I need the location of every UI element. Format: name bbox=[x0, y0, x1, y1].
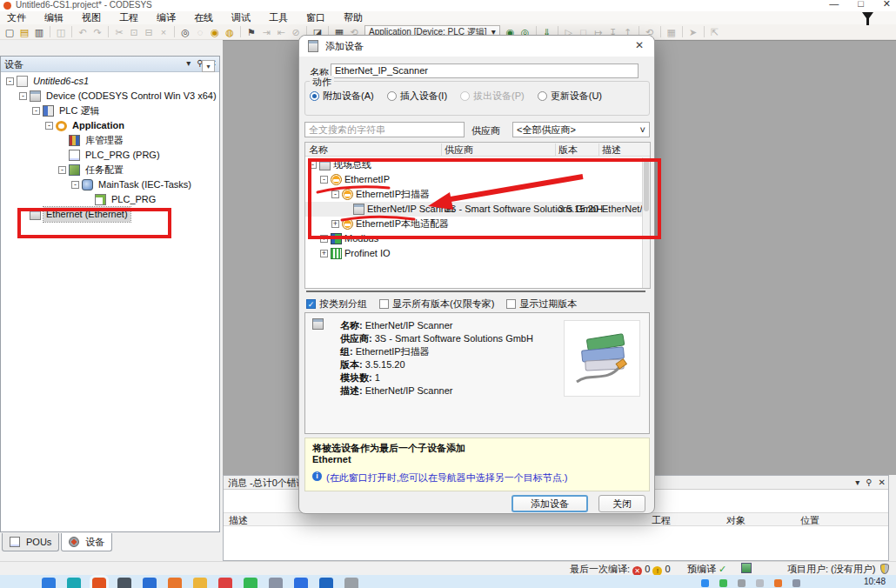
device-root-dropdown[interactable]: ▾ bbox=[202, 60, 215, 72]
taskbar-app7-icon[interactable] bbox=[344, 578, 358, 588]
add-device-button[interactable]: 添加设备 bbox=[512, 495, 588, 512]
EthernetIP[interactable]: - EthernetIP bbox=[305, 172, 643, 187]
minimize-button[interactable]: — bbox=[829, 0, 839, 10]
menu-item[interactable]: 窗口 bbox=[306, 11, 325, 24]
action-radio[interactable]: 插入设备(I) bbox=[387, 90, 447, 103]
taskbar-codesys-icon[interactable] bbox=[92, 578, 106, 588]
fulltext-search-input[interactable]: 全文搜索的字符串 bbox=[304, 122, 465, 137]
tree-item[interactable]: - MainTask (IEC-Tasks) bbox=[1, 177, 219, 192]
replace-in-project-icon[interactable]: ◍ bbox=[223, 25, 237, 39]
tray-icon-2[interactable] bbox=[719, 579, 727, 587]
new-file-icon[interactable]: ▢ bbox=[3, 25, 17, 39]
expander-icon[interactable]: - bbox=[58, 166, 66, 174]
column-header[interactable]: 描述 bbox=[602, 144, 621, 157]
menu-item[interactable]: 文件 bbox=[7, 11, 26, 24]
taskbar-vs-icon[interactable] bbox=[319, 578, 333, 588]
filter-checkbox[interactable]: ✓ 按类别分组 bbox=[306, 297, 367, 311]
messages-column-header[interactable]: 工程 bbox=[652, 514, 671, 527]
bookmark-icon[interactable]: ⚑ bbox=[244, 25, 258, 39]
device-name-input[interactable]: EtherNet_IP_Scanner bbox=[331, 63, 639, 78]
undo-icon[interactable]: ↶ bbox=[76, 25, 90, 39]
expander-icon[interactable]: + bbox=[320, 235, 328, 243]
bookmark-prev-icon[interactable]: ⇤ bbox=[274, 25, 288, 39]
menu-item[interactable]: 调试 bbox=[231, 11, 251, 24]
tray-icon-6[interactable] bbox=[792, 579, 800, 587]
messages-column-header[interactable]: 位置 bbox=[800, 514, 819, 527]
expander-icon[interactable]: + bbox=[320, 250, 328, 257]
tree-item[interactable]: PLC_PRG bbox=[1, 192, 219, 207]
menu-item[interactable]: 在线 bbox=[194, 11, 213, 24]
toolbar-icon[interactable] bbox=[174, 26, 175, 37]
tree-item[interactable]: - 任务配置 bbox=[1, 163, 219, 177]
close-icon[interactable]: ✕ bbox=[879, 478, 886, 487]
messages-column-header[interactable]: 对象 bbox=[726, 514, 746, 527]
tree-item[interactable]: - PLC 逻辑 bbox=[1, 104, 219, 118]
menu-item[interactable]: 编译 bbox=[157, 11, 176, 24]
taskbar-browser-icon[interactable] bbox=[67, 578, 81, 588]
toolbar-icon[interactable] bbox=[240, 26, 241, 37]
toolbar-icon[interactable] bbox=[682, 26, 683, 37]
Modbus[interactable]: + Modbus bbox=[305, 231, 643, 246]
find-next-icon[interactable]: ◌ bbox=[193, 25, 207, 39]
expander-icon[interactable]: - bbox=[19, 92, 27, 100]
column-header[interactable]: 供应商 bbox=[445, 144, 473, 157]
dialog-close-button[interactable]: ✕ bbox=[635, 39, 644, 51]
panel-menu-icon[interactable]: ▾ bbox=[186, 58, 191, 68]
action-radio[interactable]: 附加设备(A) bbox=[310, 90, 374, 103]
menu-item[interactable]: 工程 bbox=[119, 11, 138, 24]
tree-item[interactable]: - Device (CODESYS Control Win V3 x64) bbox=[1, 89, 219, 104]
pin-icon[interactable]: ⚲ bbox=[866, 478, 872, 487]
filter-checkbox[interactable]: 显示过期版本 bbox=[506, 297, 577, 311]
menu-item[interactable]: 工具 bbox=[269, 11, 288, 24]
cut-icon[interactable]: ✂ bbox=[112, 25, 126, 39]
expander-icon[interactable]: - bbox=[320, 176, 328, 184]
tray-icon-1[interactable] bbox=[701, 579, 709, 587]
redo-icon[interactable]: ↷ bbox=[90, 25, 104, 39]
action-radio[interactable]: 更新设备(U) bbox=[538, 90, 602, 103]
open-file-icon[interactable]: ▤ bbox=[17, 25, 31, 39]
dialog-close-footer-button[interactable]: 关闭 bbox=[598, 495, 645, 512]
menu-item[interactable]: 视图 bbox=[82, 11, 101, 24]
action-radio[interactable]: 拔出设备(P) bbox=[460, 90, 525, 103]
paste-icon[interactable]: ⊟ bbox=[142, 25, 156, 39]
copy-icon[interactable]: ⊡ bbox=[127, 25, 141, 39]
expander-icon[interactable]: + bbox=[331, 220, 339, 228]
Profinet IO[interactable]: + Profinet IO bbox=[305, 246, 643, 261]
view-tab[interactable]: POUs bbox=[2, 533, 59, 551]
taskbar-app3-icon[interactable] bbox=[218, 578, 232, 588]
taskbar-start-icon[interactable] bbox=[42, 578, 56, 588]
menu-item[interactable]: 帮助 bbox=[344, 11, 363, 24]
close-button[interactable]: ✕ bbox=[883, 0, 891, 10]
toolbar-icon[interactable] bbox=[50, 26, 50, 37]
tree-item[interactable]: 库管理器 bbox=[1, 133, 219, 148]
taskbar-system-icon[interactable] bbox=[117, 578, 131, 588]
taskbar-folder-icon[interactable] bbox=[193, 578, 207, 588]
expander-icon[interactable]: - bbox=[45, 122, 53, 130]
EthernetIP本地适配器[interactable]: + EthernetIP本地适配器 bbox=[305, 217, 643, 231]
messages-column-header[interactable]: 描述 bbox=[229, 514, 248, 527]
EthernetIP扫描器[interactable]: - EthernetIP扫描器 bbox=[305, 187, 643, 202]
taskbar-app2-icon[interactable] bbox=[168, 578, 182, 588]
taskbar-app5-icon[interactable] bbox=[269, 578, 283, 588]
find-icon[interactable]: ◎ bbox=[178, 25, 192, 39]
maximize-button[interactable]: □ bbox=[858, 0, 864, 10]
expander-icon[interactable]: - bbox=[32, 107, 40, 115]
panel-menu-icon[interactable]: ▾ bbox=[855, 478, 859, 487]
toolbar-icon[interactable] bbox=[71, 26, 72, 37]
filter-checkbox[interactable]: 显示所有版本(仅限专家) bbox=[379, 297, 494, 311]
taskbar-app4-icon[interactable] bbox=[244, 578, 257, 588]
scope-icon[interactable]: ⇱ bbox=[708, 25, 722, 39]
menu-item[interactable]: 编辑 bbox=[44, 11, 64, 24]
vendor-select[interactable]: <全部供应商> ˅ bbox=[512, 122, 650, 137]
taskbar-app1-icon[interactable] bbox=[143, 578, 157, 588]
tree-item[interactable]: - Application bbox=[1, 118, 219, 133]
EtherNet/IP Scanner[interactable]: EtherNet/IP Scanner 3S - Smart Software … bbox=[305, 202, 643, 217]
find-in-project-icon[interactable]: ◉ bbox=[208, 25, 222, 39]
view-tab[interactable]: 设备 bbox=[61, 533, 112, 551]
pointer-mode-icon[interactable]: ➤ bbox=[686, 25, 700, 39]
tray-icon-3[interactable] bbox=[738, 579, 746, 587]
tray-icon-4[interactable] bbox=[756, 579, 764, 587]
tray-icon-5[interactable] bbox=[774, 579, 782, 587]
toolbar-icon[interactable] bbox=[108, 26, 109, 37]
expander-icon[interactable]: - bbox=[309, 161, 317, 169]
